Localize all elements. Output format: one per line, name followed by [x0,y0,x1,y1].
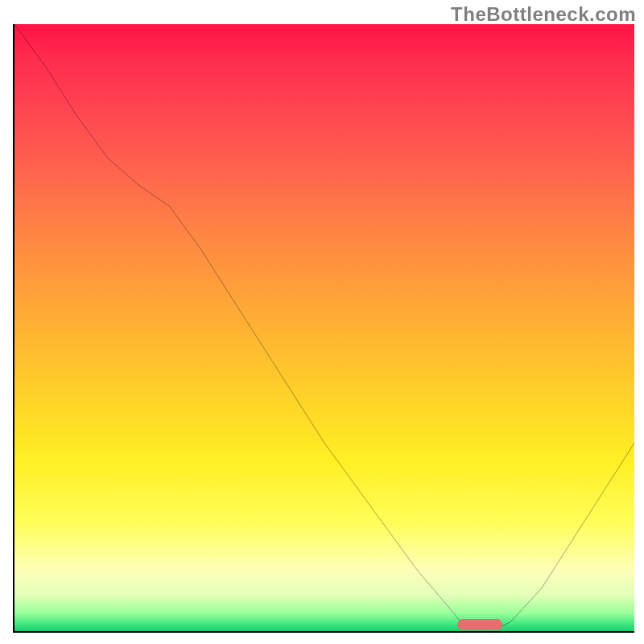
bottleneck-chart: TheBottleneck.com [0,0,644,644]
bottleneck-curve [14,24,634,631]
watermark-label: TheBottleneck.com [451,3,636,26]
optimal-marker [457,619,502,630]
curve-path [14,24,634,628]
plot-area [13,24,634,633]
